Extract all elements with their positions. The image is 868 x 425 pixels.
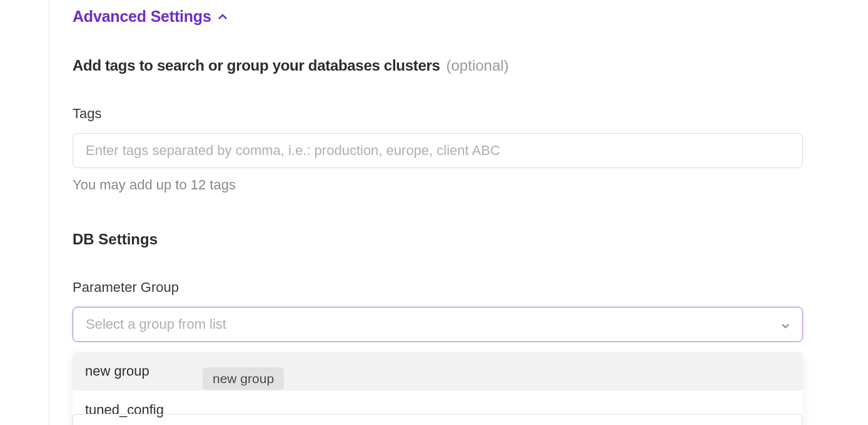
advanced-settings-title: Advanced Settings: [73, 8, 211, 26]
tags-section-heading: Add tags to search or group your databas…: [73, 57, 440, 74]
db-settings-title: DB Settings: [73, 231, 805, 248]
parameter-group-select[interactable]: Select a group from list: [73, 307, 803, 342]
advanced-settings-toggle[interactable]: Advanced Settings: [73, 8, 805, 26]
tags-input[interactable]: [73, 133, 803, 168]
chevron-down-icon: [781, 316, 790, 332]
tags-label: Tags: [73, 106, 805, 122]
optional-label: (optional): [447, 57, 509, 74]
dropdown-option-new-group[interactable]: new group: [73, 352, 803, 391]
chevron-up-icon: [218, 12, 228, 22]
next-field-partial: [72, 414, 802, 425]
parameter-group-label: Parameter Group: [73, 279, 805, 296]
parameter-group-placeholder: Select a group from list: [86, 316, 226, 332]
tags-hint: You may add up to 12 tags: [73, 177, 805, 193]
